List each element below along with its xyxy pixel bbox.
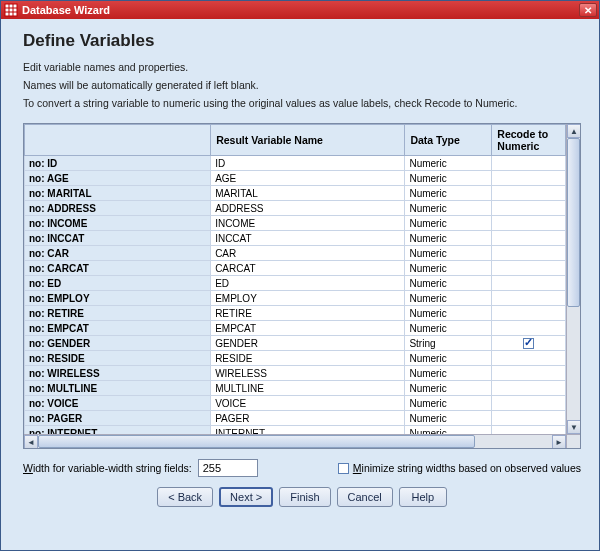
cell-data-type[interactable]: Numeric	[405, 381, 492, 396]
cell-result-name[interactable]: ID	[211, 156, 405, 171]
cell-recode[interactable]	[492, 396, 566, 411]
cell-data-type[interactable]: Numeric	[405, 426, 492, 435]
cell-result-name[interactable]: WIRELESS	[211, 366, 405, 381]
cell-data-type[interactable]: Numeric	[405, 351, 492, 366]
scroll-down-button[interactable]: ▼	[567, 420, 581, 434]
table-row[interactable]: no: INTERNETINTERNETNumeric	[25, 426, 566, 435]
cell-result-name[interactable]: ED	[211, 276, 405, 291]
cell-data-type[interactable]: String	[405, 336, 492, 351]
cell-data-type[interactable]: Numeric	[405, 231, 492, 246]
cell-result-name[interactable]: INCOME	[211, 216, 405, 231]
cancel-button[interactable]: Cancel	[337, 487, 393, 507]
cell-recode[interactable]	[492, 366, 566, 381]
cell-data-type[interactable]: Numeric	[405, 321, 492, 336]
col-header-data-type[interactable]: Data Type	[405, 125, 492, 156]
table-row[interactable]: no: RETIRERETIRENumeric	[25, 306, 566, 321]
cell-source[interactable]: no: PAGER	[25, 411, 211, 426]
cell-data-type[interactable]: Numeric	[405, 261, 492, 276]
cell-result-name[interactable]: EMPLOY	[211, 291, 405, 306]
cell-source[interactable]: no: AGE	[25, 171, 211, 186]
cell-recode[interactable]	[492, 306, 566, 321]
cell-recode[interactable]	[492, 336, 566, 351]
cell-data-type[interactable]: Numeric	[405, 366, 492, 381]
table-row[interactable]: no: ADDRESSADDRESSNumeric	[25, 201, 566, 216]
cell-source[interactable]: no: MARITAL	[25, 186, 211, 201]
width-input[interactable]	[198, 459, 258, 477]
cell-data-type[interactable]: Numeric	[405, 306, 492, 321]
table-row[interactable]: no: EMPLOYEMPLOYNumeric	[25, 291, 566, 306]
cell-source[interactable]: no: EMPLOY	[25, 291, 211, 306]
scroll-thumb-v[interactable]	[567, 138, 580, 307]
cell-data-type[interactable]: Numeric	[405, 411, 492, 426]
table-row[interactable]: no: AGEAGENumeric	[25, 171, 566, 186]
cell-result-name[interactable]: RESIDE	[211, 351, 405, 366]
table-row[interactable]: no: INCOMEINCOMENumeric	[25, 216, 566, 231]
cell-data-type[interactable]: Numeric	[405, 216, 492, 231]
cell-source[interactable]: no: VOICE	[25, 396, 211, 411]
cell-recode[interactable]	[492, 201, 566, 216]
minimize-checkbox[interactable]	[338, 463, 349, 474]
cell-source[interactable]: no: WIRELESS	[25, 366, 211, 381]
cell-source[interactable]: no: CAR	[25, 246, 211, 261]
cell-source[interactable]: no: ADDRESS	[25, 201, 211, 216]
cell-data-type[interactable]: Numeric	[405, 186, 492, 201]
cell-recode[interactable]	[492, 246, 566, 261]
cell-result-name[interactable]: VOICE	[211, 396, 405, 411]
scroll-thumb-h[interactable]	[38, 435, 475, 448]
cell-data-type[interactable]: Numeric	[405, 276, 492, 291]
cell-result-name[interactable]: ADDRESS	[211, 201, 405, 216]
cell-data-type[interactable]: Numeric	[405, 171, 492, 186]
cell-data-type[interactable]: Numeric	[405, 156, 492, 171]
table-row[interactable]: no: WIRELESSWIRELESSNumeric	[25, 366, 566, 381]
cell-recode[interactable]	[492, 351, 566, 366]
next-button[interactable]: Next >	[219, 487, 273, 507]
recode-checkbox[interactable]	[523, 338, 534, 349]
cell-recode[interactable]	[492, 411, 566, 426]
cell-recode[interactable]	[492, 321, 566, 336]
cell-recode[interactable]	[492, 291, 566, 306]
cell-recode[interactable]	[492, 261, 566, 276]
vertical-scrollbar[interactable]: ▲ ▼	[566, 124, 580, 434]
cell-data-type[interactable]: Numeric	[405, 291, 492, 306]
table-row[interactable]: no: MULTLINEMULTLINENumeric	[25, 381, 566, 396]
cell-result-name[interactable]: RETIRE	[211, 306, 405, 321]
table-row[interactable]: no: CARCATCARCATNumeric	[25, 261, 566, 276]
cell-recode[interactable]	[492, 156, 566, 171]
scroll-right-button[interactable]: ►	[552, 435, 566, 449]
cell-source[interactable]: no: CARCAT	[25, 261, 211, 276]
table-row[interactable]: no: IDIDNumeric	[25, 156, 566, 171]
table-row[interactable]: no: PAGERPAGERNumeric	[25, 411, 566, 426]
table-row[interactable]: no: VOICEVOICENumeric	[25, 396, 566, 411]
cell-result-name[interactable]: EMPCAT	[211, 321, 405, 336]
back-button[interactable]: < Back	[157, 487, 213, 507]
col-header-recode[interactable]: Recode to Numeric	[492, 125, 566, 156]
cell-source[interactable]: no: MULTLINE	[25, 381, 211, 396]
cell-data-type[interactable]: Numeric	[405, 396, 492, 411]
scroll-track-h[interactable]	[38, 435, 552, 448]
cell-recode[interactable]	[492, 216, 566, 231]
cell-source[interactable]: no: INCCAT	[25, 231, 211, 246]
cell-result-name[interactable]: MULTLINE	[211, 381, 405, 396]
cell-recode[interactable]	[492, 186, 566, 201]
cell-result-name[interactable]: CARCAT	[211, 261, 405, 276]
cell-result-name[interactable]: INCCAT	[211, 231, 405, 246]
col-header-result-name[interactable]: Result Variable Name	[211, 125, 405, 156]
cell-source[interactable]: no: INTERNET	[25, 426, 211, 435]
cell-source[interactable]: no: ID	[25, 156, 211, 171]
cell-recode[interactable]	[492, 171, 566, 186]
cell-source[interactable]: no: INCOME	[25, 216, 211, 231]
scroll-track-v[interactable]	[567, 138, 580, 420]
table-row[interactable]: no: MARITALMARITALNumeric	[25, 186, 566, 201]
table-row[interactable]: no: CARCARNumeric	[25, 246, 566, 261]
scroll-left-button[interactable]: ◄	[24, 435, 38, 449]
cell-source[interactable]: no: EMPCAT	[25, 321, 211, 336]
col-header-source[interactable]	[25, 125, 211, 156]
table-row[interactable]: no: GENDERGENDERString	[25, 336, 566, 351]
cell-result-name[interactable]: INTERNET	[211, 426, 405, 435]
cell-data-type[interactable]: Numeric	[405, 246, 492, 261]
help-button[interactable]: Help	[399, 487, 447, 507]
table-row[interactable]: no: EMPCATEMPCATNumeric	[25, 321, 566, 336]
cell-data-type[interactable]: Numeric	[405, 201, 492, 216]
close-button[interactable]: ✕	[579, 3, 597, 17]
cell-result-name[interactable]: CAR	[211, 246, 405, 261]
